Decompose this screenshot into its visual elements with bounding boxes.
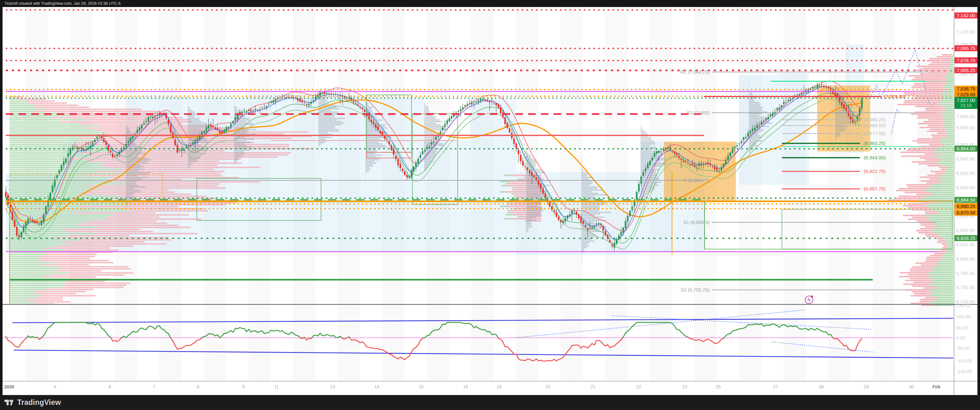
volume-profile-row <box>943 106 953 107</box>
volume-profile-row <box>948 81 953 82</box>
candle-up <box>266 106 267 108</box>
volume-profile-row <box>913 282 934 283</box>
volume-profile-row <box>526 151 527 153</box>
candle-up <box>618 235 620 239</box>
volume-profile-row <box>938 297 953 298</box>
volume-profile-row <box>938 180 953 182</box>
candle-up <box>734 147 736 148</box>
volume-profile-row <box>951 56 953 57</box>
candle-up <box>123 147 125 149</box>
volume-profile-row <box>946 251 953 252</box>
candle-up <box>237 115 239 119</box>
price-axis-label: 6,820.00 <box>956 242 975 247</box>
volume-profile-row <box>69 272 134 274</box>
tradingview-logo-icon[interactable] <box>4 398 14 407</box>
volume-profile-row <box>749 144 756 145</box>
volume-profile-row <box>126 194 132 196</box>
volume-profile-row <box>126 139 133 140</box>
volume-profile-row <box>366 116 377 118</box>
tradingview-brand[interactable]: TradingView <box>17 398 61 407</box>
volume-profile-row <box>46 289 94 290</box>
volume-profile-row <box>10 256 39 257</box>
alert-lightning-icon[interactable]: ϟ <box>805 296 813 304</box>
volume-profile-row <box>526 217 536 218</box>
volume-profile-row <box>234 161 237 162</box>
pivot-label: S1 (6,850.5) <box>683 220 710 225</box>
candle-up <box>638 184 640 191</box>
volume-profile-row <box>749 140 762 142</box>
candle-up <box>594 226 595 227</box>
volume-profile-row <box>582 217 604 218</box>
volume-profile-row <box>424 104 425 105</box>
candle-down <box>687 162 689 163</box>
time-axis-label: 8 <box>197 384 199 389</box>
volume-profile-row <box>939 167 947 168</box>
candle-up <box>65 158 67 163</box>
volume-profile-row <box>582 172 586 173</box>
volume-profile-row <box>82 194 191 195</box>
candle-up <box>275 99 277 102</box>
candle-down <box>221 131 223 133</box>
attribution-bar: Tickmill created with TradingView.com, J… <box>0 0 980 7</box>
volume-profile-row <box>10 285 65 286</box>
volume-profile-row <box>945 173 953 174</box>
candle-down <box>170 125 172 132</box>
candle-up <box>471 102 473 104</box>
volume-profile-row <box>81 223 167 224</box>
volume-profile-row <box>234 137 245 138</box>
volume-profile-row <box>922 201 937 203</box>
supply-zone-box[interactable] <box>664 142 736 201</box>
volume-profile-row <box>582 175 587 177</box>
volume-profile-row <box>749 118 764 119</box>
volume-profile-row <box>126 188 134 189</box>
candle-down <box>108 145 109 150</box>
candle-down <box>291 97 292 98</box>
candle-down <box>353 101 355 103</box>
volume-profile-row <box>641 202 643 204</box>
volume-profile-row <box>10 101 27 102</box>
volume-profile-row <box>934 228 953 230</box>
candle-up <box>696 165 698 166</box>
left-window-border <box>0 7 3 395</box>
volume-profile-row <box>126 175 137 177</box>
volume-profile-row <box>65 281 105 282</box>
volume-profile-row <box>933 270 953 271</box>
volume-profile-row <box>126 190 140 191</box>
volume-profile-row <box>835 86 837 87</box>
volume-profile-row <box>923 287 938 289</box>
volume-profile-row <box>10 171 94 172</box>
volume-profile-row <box>916 220 932 222</box>
volume-profile-row <box>10 276 44 278</box>
candle-down <box>487 100 488 101</box>
volume-profile-row <box>10 111 35 112</box>
chart-plot[interactable]: R2 (7,064.25)R1 (7,005)P (6,909.75)S1 (6… <box>0 0 980 410</box>
volume-profile-row <box>899 188 926 189</box>
volume-profile-row <box>948 169 953 170</box>
volume-profile-row <box>10 132 105 133</box>
candle-down <box>364 110 366 112</box>
candle-down <box>168 120 169 124</box>
volume-profile-row <box>895 198 923 199</box>
volume-profile-row <box>10 239 79 241</box>
volume-profile-row <box>641 156 659 157</box>
volume-profile-row <box>918 123 942 124</box>
volume-profile-row <box>318 144 322 145</box>
candle-down <box>841 102 843 106</box>
volume-profile-row <box>930 280 953 281</box>
volume-profile-row <box>318 120 337 121</box>
volume-profile-row <box>33 107 89 108</box>
time-axis-label: 20 <box>545 384 550 389</box>
volume-profile-row <box>424 116 436 118</box>
volume-profile-row <box>188 107 190 108</box>
volume-profile-row <box>504 175 509 176</box>
volume-profile-row <box>920 301 934 302</box>
time-axis-label: 27 <box>773 384 778 389</box>
volume-profile-row <box>504 218 512 220</box>
candle-up <box>181 148 183 151</box>
volume-profile-row <box>749 116 764 118</box>
volume-profile-row <box>582 188 598 189</box>
candle-down <box>210 124 212 127</box>
volume-profile-row <box>938 251 946 252</box>
volume-profile-row <box>80 206 179 208</box>
volume-profile-row <box>937 148 953 149</box>
